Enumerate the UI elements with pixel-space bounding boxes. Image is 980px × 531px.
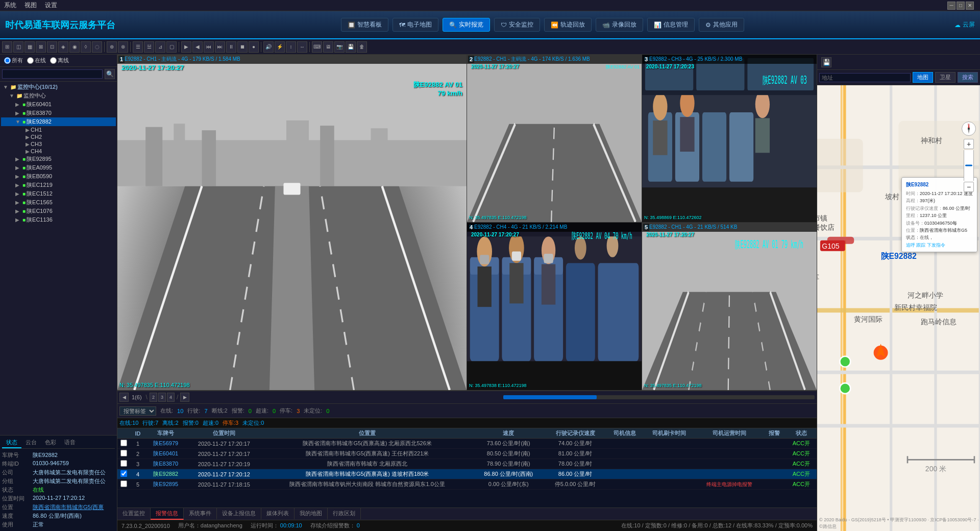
tb-stop[interactable]: ⏹ (237, 41, 248, 53)
tb-delete[interactable]: 🗑 (357, 41, 367, 53)
video-cell-4[interactable]: 4 陕E92882 - CH4 - 4G - 21 KB/S / 2.214 M… (467, 223, 642, 390)
menu-view[interactable]: 视图 (24, 1, 37, 10)
tb-vertical[interactable]: ↕ (286, 41, 296, 53)
tab-ptz[interactable]: 云台 (21, 438, 41, 448)
nav-smart-panel[interactable]: 🔲 智慧看板 (341, 18, 388, 32)
tb-save[interactable]: 💾 (346, 41, 356, 53)
row-cb-3[interactable] (120, 460, 127, 467)
tb-grid9[interactable]: ◌ (92, 41, 102, 53)
tb-camera[interactable]: 📷 (334, 41, 345, 53)
tb-next[interactable]: ⏭ (215, 41, 225, 53)
tree-item-83870[interactable]: ▶ ■ 陕E83870 (1, 109, 116, 117)
nav-info[interactable]: 📊 信息管理 (647, 18, 695, 32)
tb-keyboard[interactable]: ⌨ (312, 41, 322, 53)
map-search-button[interactable]: 搜索 (958, 72, 978, 83)
video-cell-3[interactable]: 3 陕E92882 - CH3 - 4G - 25 KB/S / 2.300 M… (642, 55, 817, 222)
row-cb-5[interactable] (120, 480, 127, 487)
map-save-button[interactable]: 💾 (821, 57, 831, 67)
zoom-in-button[interactable]: + (964, 139, 974, 149)
btab-pos[interactable]: 位置监控 (117, 508, 151, 520)
vc-page-2[interactable]: 2 (150, 393, 157, 402)
tree-group-1[interactable]: ▼ 📁 监控中心 (1, 91, 116, 100)
nav-safety[interactable]: 🛡 安全监控 (494, 18, 540, 32)
tb-grid3[interactable]: ▦ (24, 41, 35, 53)
menu-settings[interactable]: 设置 (45, 1, 57, 10)
tb-grid8[interactable]: ◊ (81, 41, 91, 53)
nav-other[interactable]: ⚙ 其他应用 (699, 18, 744, 32)
search-button[interactable]: 🔍 (105, 69, 115, 79)
btab-sys[interactable]: 系统事件 (184, 508, 217, 520)
close-button[interactable]: ✕ (966, 2, 974, 10)
menu-system[interactable]: 系统 (4, 1, 16, 10)
tree-item-92882[interactable]: ▼ ■ 陕E92882 (1, 117, 116, 126)
tb-list2[interactable]: ☱ (144, 41, 154, 53)
map-type-map[interactable]: 地图 (913, 72, 933, 83)
maximize-button[interactable]: □ (957, 2, 965, 10)
tb-window[interactable]: ▢ (166, 41, 177, 53)
tb-monitor[interactable]: 🖥 (323, 41, 333, 53)
row-cb-1[interactable] (120, 440, 127, 446)
tree-item-B0590[interactable]: ▶ ■ 陕EB0590 (1, 172, 116, 181)
map-container[interactable]: 韩城市 解老寨村 解村 韩城市镇 上客餐饮店 神和村 坡村 河之畔小学 新民村幸… (817, 85, 980, 531)
tree-item-C1565[interactable]: ▶ ■ 陕EC1565 (1, 198, 116, 207)
nav-realtime[interactable]: 🔍 实时报览 (443, 18, 490, 32)
map-address-input[interactable] (819, 73, 911, 82)
tb-grid7[interactable]: ◉ (69, 41, 80, 53)
tb-grid4[interactable]: ⊠ (36, 41, 46, 53)
tree-ch2[interactable]: ▶ CH2 (1, 133, 116, 140)
tree-ch4[interactable]: ▶ CH4 (1, 148, 116, 155)
tb-first[interactable]: ⏮ (204, 41, 214, 53)
nav-emap[interactable]: 🗺 电子地图 (393, 18, 438, 32)
alarm-filter-select[interactable]: 报警标签 (119, 406, 156, 416)
tree-ch3[interactable]: ▶ CH3 (1, 140, 116, 148)
video-cell-2[interactable]: 2 陕E92882 - CH1 - 主码流 - 4G - 174 KB/S / … (467, 55, 642, 222)
btab-alarm[interactable]: 报警信息 (151, 508, 184, 520)
tb-horizontal[interactable]: ↔ (297, 41, 307, 53)
video-cell-1[interactable]: 1 陕E92882 - CH1 - 主码流 - 4G - 179 KB/S / … (117, 55, 467, 390)
tb-play[interactable]: ▶ (181, 41, 191, 53)
btab-device[interactable]: 设备上报信息 (217, 508, 261, 520)
tree-item-C1219[interactable]: ▶ ■ 陕EC1219 (1, 181, 116, 189)
tb-resize[interactable]: ⊿ (155, 41, 165, 53)
video-cell-5[interactable]: 5 陕E92882 - CH1 - 4G - 21 KB/S / 514 KB … (642, 223, 817, 390)
vc-prev-page[interactable]: ◀ (119, 393, 129, 402)
tb-grid6[interactable]: ◈ (58, 41, 68, 53)
btab-region[interactable]: 行政区划 (328, 508, 361, 520)
tree-root[interactable]: ▼ 📁 监控中心(10/12) (1, 83, 116, 91)
table-row[interactable]: 5 陕E92895 2020-11-27 17:18:15 陕西省渭南市韩城市钒… (117, 479, 817, 490)
filter-all[interactable]: 所有 (4, 57, 23, 64)
table-row[interactable]: 2 陕E60401 2020-11-27 17:20:17 陕西省渭南市韩城市G… (117, 449, 817, 459)
nav-record[interactable]: 📹 录像回放 (596, 18, 643, 32)
vc-next-page[interactable]: ▶ (180, 393, 189, 402)
table-row[interactable]: 1 陕E56979 2020-11-27 17:20:17 陕西省渭南市韩城市G… (117, 439, 817, 449)
filter-offline[interactable]: 离线 (50, 57, 69, 64)
tb-remove[interactable]: ⊗ (118, 41, 128, 53)
row-cb-2[interactable] (120, 450, 127, 456)
search-input[interactable] (2, 69, 103, 79)
tree-item-A0995[interactable]: ▶ ■ 陕EA0995 (1, 163, 116, 172)
tb-pause[interactable]: ⏸ (226, 41, 236, 53)
tb-list[interactable]: ☰ (133, 41, 143, 53)
table-row[interactable]: 3 陕E83870 2020-11-27 17:20:19 陕西省渭南市韩城市 … (117, 459, 817, 469)
tb-grid2[interactable]: ◫ (13, 41, 23, 53)
tree-item-C1512[interactable]: ▶ ■ 陕EC1512 (1, 189, 116, 198)
row-cb-4[interactable] (120, 470, 127, 477)
minimize-button[interactable]: ─ (947, 2, 955, 10)
vc-page-4[interactable]: 4 (167, 393, 175, 402)
tb-add[interactable]: ⊕ (107, 41, 117, 53)
btab-mymap[interactable]: 我的地图 (295, 508, 328, 520)
tab-voice[interactable]: 语音 (60, 438, 80, 448)
tab-color[interactable]: 色彩 (41, 438, 60, 448)
vc-page-3[interactable]: 3 (158, 393, 166, 402)
btab-media[interactable]: 媒体列表 (261, 508, 295, 520)
filter-online[interactable]: 在线 (27, 57, 46, 64)
cloud-button[interactable]: ☁ 云屏 (954, 20, 975, 29)
tree-item-C1076[interactable]: ▶ ■ 陕EC1076 (1, 207, 116, 215)
tb-grid1[interactable]: ⊞ (2, 41, 12, 53)
tb-lightning[interactable]: ⚡ (275, 41, 285, 53)
progress-bar[interactable] (503, 395, 815, 399)
nav-track[interactable]: ⏪ 轨迹回放 (544, 18, 592, 32)
tb-audio[interactable]: 🔊 (263, 41, 274, 53)
map-type-satellite[interactable]: 卫星 (935, 72, 955, 83)
tree-item-60401[interactable]: ▶ ■ 陕E60401 (1, 100, 116, 109)
